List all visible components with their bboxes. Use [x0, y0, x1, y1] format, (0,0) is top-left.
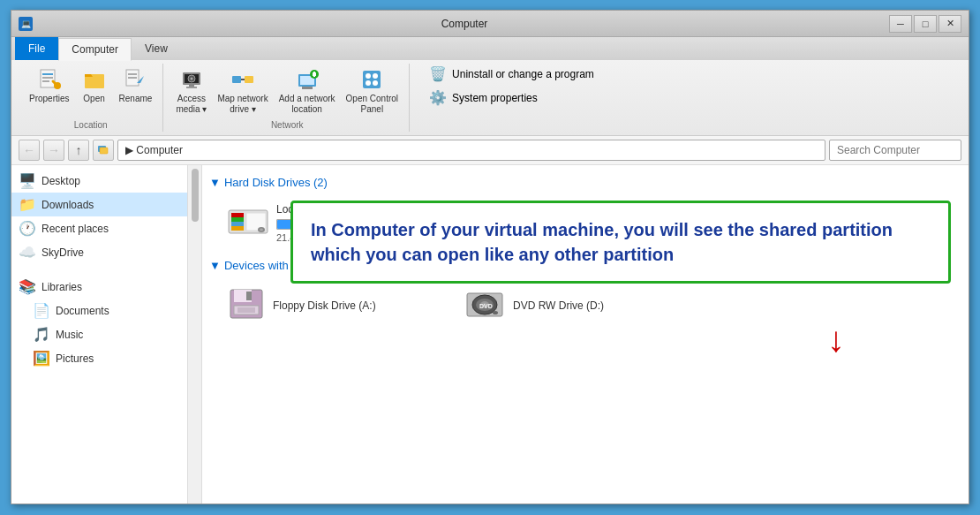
- tab-file[interactable]: File: [15, 37, 58, 60]
- sidebar-item-desktop[interactable]: 🖥️ Desktop: [11, 169, 187, 193]
- svg-point-28: [373, 80, 378, 86]
- maximize-button[interactable]: □: [914, 15, 937, 33]
- properties-button[interactable]: Properties: [26, 64, 73, 106]
- removable-collapse-icon: ▼: [209, 259, 221, 272]
- properties-label: Properties: [29, 94, 70, 104]
- svg-point-12: [190, 78, 192, 80]
- ribbon-group-system: 🗑️ Uninstall or change a program ⚙️ Syst…: [411, 64, 612, 132]
- minimize-button[interactable]: ─: [889, 15, 912, 33]
- main-window: 💻 Computer ─ □ ✕ File Computer View: [11, 10, 969, 504]
- svg-rect-24: [363, 71, 381, 88]
- skydrive-label: SkyDrive: [41, 246, 84, 259]
- svg-point-25: [366, 73, 371, 79]
- window-controls: ─ □ ✕: [889, 15, 961, 33]
- path-text: Computer: [136, 144, 183, 156]
- svg-rect-20: [302, 87, 313, 89]
- rename-icon: [121, 65, 149, 94]
- search-input[interactable]: [829, 140, 961, 161]
- libraries-icon: 📚: [19, 278, 36, 295]
- desktop-icon: 🖥️: [19, 172, 36, 189]
- ribbon-content: Properties Open: [11, 60, 969, 135]
- sidebar-item-libraries[interactable]: 📚 Libraries: [11, 275, 187, 299]
- recent-label: Recent places: [41, 223, 109, 235]
- add-location-icon: [293, 65, 321, 94]
- downloads-label: Downloads: [41, 199, 94, 211]
- sidebar-scrollbar[interactable]: [188, 165, 202, 504]
- map-network-button[interactable]: Map networkdrive ▾: [214, 64, 271, 117]
- access-media-icon: [177, 65, 206, 94]
- svg-point-27: [366, 80, 371, 86]
- svg-rect-16: [245, 76, 253, 83]
- tab-view[interactable]: View: [132, 37, 181, 60]
- system-buttons: 🗑️ Uninstall or change a program ⚙️ Syst…: [418, 64, 605, 108]
- forward-button[interactable]: →: [43, 140, 64, 161]
- location-buttons: Properties Open: [26, 64, 155, 106]
- open-button[interactable]: Open: [77, 64, 112, 106]
- documents-icon: 📄: [33, 302, 50, 319]
- rename-label: Rename: [119, 94, 153, 104]
- dvd-name: DVD RW Drive (D:): [513, 299, 604, 312]
- tab-computer[interactable]: Computer: [58, 38, 132, 61]
- network-buttons: Accessmedia ▾ Map networkdrive ▾: [172, 64, 402, 117]
- access-media-button[interactable]: Accessmedia ▾: [172, 64, 210, 117]
- svg-text:DVD: DVD: [479, 303, 493, 309]
- map-network-icon: [229, 65, 257, 94]
- rename-button[interactable]: Rename: [116, 64, 156, 106]
- svg-rect-7: [128, 73, 137, 75]
- up-button[interactable]: ↑: [68, 140, 89, 161]
- sidebar-item-downloads[interactable]: 📁 Downloads: [11, 193, 187, 216]
- open-control-button[interactable]: Open ControlPanel: [343, 64, 402, 117]
- hard-drives-collapse-icon: ▼: [209, 176, 221, 189]
- uninstall-icon: 🗑️: [429, 65, 447, 82]
- recent-locations-button[interactable]: [93, 140, 114, 161]
- libraries-label: Libraries: [41, 281, 82, 293]
- tooltip-box: In Computer of your virtual machine, you…: [290, 201, 951, 284]
- add-location-button[interactable]: Add a networklocation: [275, 64, 339, 117]
- uninstall-button[interactable]: 🗑️ Uninstall or change a program: [426, 64, 598, 84]
- music-label: Music: [56, 329, 83, 341]
- back-button[interactable]: ←: [19, 140, 40, 161]
- music-icon: 🎵: [33, 326, 50, 343]
- recent-icon: 🕐: [19, 220, 36, 237]
- sidebar-item-documents[interactable]: 📄 Documents: [11, 299, 187, 322]
- content-area: ▼ Hard Disk Drives (2): [202, 165, 969, 504]
- sidebar-item-skydrive[interactable]: ☁️ SkyDrive: [11, 240, 187, 264]
- access-media-label: Accessmedia ▾: [176, 94, 207, 115]
- sidebar-item-music[interactable]: 🎵 Music: [11, 322, 187, 346]
- system-properties-button[interactable]: ⚙️ System properties: [426, 87, 598, 108]
- svg-point-39: [260, 229, 263, 231]
- add-location-label: Add a networklocation: [279, 94, 335, 115]
- ribbon-group-location: Properties Open: [19, 64, 163, 132]
- open-icon: [80, 65, 109, 94]
- sidebar-item-pictures[interactable]: 🖼️ Pictures: [11, 346, 187, 370]
- hard-drives-section-header[interactable]: ▼ Hard Disk Drives (2): [209, 172, 961, 193]
- svg-rect-14: [186, 87, 197, 88]
- open-label: Open: [83, 94, 104, 104]
- close-button[interactable]: ✕: [939, 15, 961, 33]
- ribbon-group-network: Accessmedia ▾ Map networkdrive ▾: [165, 64, 410, 132]
- pictures-label: Pictures: [56, 352, 94, 365]
- skydrive-icon: ☁️: [19, 244, 36, 261]
- sidebar-scrollbar-thumb[interactable]: [192, 169, 199, 222]
- device-dvd[interactable]: DVD DVD RW Drive (D:): [460, 283, 690, 328]
- dvd-icon: DVD: [464, 286, 506, 324]
- ribbon-tabs: File Computer View: [11, 37, 969, 60]
- map-network-label: Map networkdrive ▾: [217, 94, 268, 115]
- sidebar-item-recent[interactable]: 🕐 Recent places: [11, 216, 187, 240]
- properties-icon: [35, 65, 64, 94]
- address-path[interactable]: ▶ Computer: [117, 140, 825, 161]
- device-floppy[interactable]: Floppy Disk Drive (A:): [223, 283, 453, 328]
- window-icon: 💻: [19, 17, 33, 31]
- open-control-icon: [358, 65, 386, 94]
- red-arrow-indicator: ↓: [827, 320, 845, 360]
- svg-rect-33: [231, 213, 244, 217]
- system-properties-label: System properties: [452, 92, 538, 104]
- svg-rect-3: [42, 80, 49, 82]
- location-group-label: Location: [74, 117, 108, 132]
- devices-grid: Floppy Disk Drive (A:) DVD: [209, 276, 961, 335]
- open-control-label: Open ControlPanel: [346, 94, 398, 115]
- svg-rect-8: [128, 77, 137, 79]
- svg-rect-46: [246, 292, 252, 300]
- sidebar: 🖥️ Desktop 📁 Downloads 🕐 Recent places ☁…: [11, 165, 188, 504]
- svg-rect-34: [231, 217, 244, 222]
